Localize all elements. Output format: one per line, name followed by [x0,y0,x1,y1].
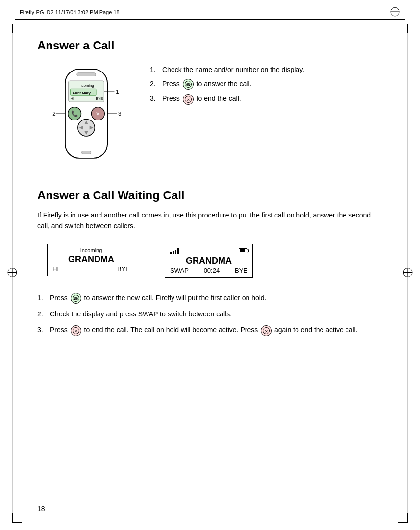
bar1 [170,252,172,254]
active-screen: GRANDMA SWAP 00:24 BYE [165,244,253,278]
answer-call-instructions: 1. Check the name and/or number on the d… [150,60,304,109]
answer-icon: ☎ [183,79,194,90]
svg-text:✕: ✕ [74,329,77,333]
waiting-call-section: Answer a Call Waiting Call If Firefly is… [37,189,383,336]
corner-tr [398,24,408,33]
svg-text:☎: ☎ [186,83,191,87]
waiting-step3: 3. Press ✕ to end the call. The call on … [37,324,383,336]
screen2-swap: SWAP [170,267,189,274]
svg-text:✕: ✕ [186,97,190,102]
screen1-hi: HI [52,265,59,273]
header-bar: Firefly-PG_D2 11/17/04 3:02 PM Page 18 [15,5,405,20]
phone-illustration: Incoming Aunt Mary... HI BYE 📞 ✕ [37,60,135,169]
bar4 [177,248,179,254]
left-reg-mark [7,267,18,280]
svg-text:2: 2 [52,111,55,117]
answer-icon-2: ☎ [71,293,81,304]
waiting-description: If Firefly is in use and another call co… [37,210,383,232]
answer-call-section: Answer a Call Incoming Aunt Mary... [37,39,383,169]
battery-icon [239,248,247,253]
waiting-step2: 2. Check the display and press SWAP to s… [37,309,383,319]
svg-text:Aunt Mary...: Aunt Mary... [73,91,94,95]
svg-rect-20 [81,151,91,154]
svg-text:☎: ☎ [74,297,78,301]
header-text: Firefly-PG_D2 11/17/04 3:02 PM Page 18 [20,9,120,15]
screen1-bye: BYE [117,265,130,273]
phone-screens: Incoming GRANDMA HI BYE [47,244,383,278]
screen2-time: 00:24 [204,267,220,274]
incoming-label: Incoming [52,247,130,253]
waiting-steps: 1. Press ☎ to answer the new call. Firef… [37,292,383,336]
bar2 [173,251,174,254]
battery-fill [240,249,245,252]
signal-icon [170,247,179,254]
screen2-bottom: SWAP 00:24 BYE [170,267,247,274]
page-content: Answer a Call Incoming Aunt Mary... [12,24,408,523]
waiting-step1: 1. Press ☎ to answer the new call. Firef… [37,292,383,304]
screen1-bottom: HI BYE [52,265,130,273]
svg-text:✕: ✕ [96,111,100,117]
end-icon-2: ✕ [71,325,81,336]
svg-text:📞: 📞 [71,110,78,117]
corner-tl [12,24,22,33]
screen2-name: GRANDMA [170,256,247,266]
corner-br [398,513,408,523]
end-icon-3: ✕ [261,325,272,336]
svg-text:3: 3 [118,111,121,117]
svg-text:✕: ✕ [265,329,268,333]
screen2-status [170,247,247,254]
screen2-bye: BYE [235,267,247,274]
svg-text:HI: HI [70,96,74,101]
svg-text:BYE: BYE [96,96,103,101]
incoming-screen: Incoming GRANDMA HI BYE [47,244,135,276]
end-icon: ✕ [183,94,194,105]
section2-title: Answer a Call Waiting Call [37,189,383,202]
svg-rect-4 [77,73,96,76]
screen1-name: GRANDMA [52,254,130,265]
step3: 3. Press ✕ to end the call. [150,94,304,104]
corner-bl [12,513,22,523]
section1-title: Answer a Call [37,39,383,52]
bar3 [175,250,176,254]
header-reg-mark [390,6,400,18]
svg-text:1: 1 [116,89,119,95]
step2: 2. Press ☎ to answer the call. [150,79,304,90]
step1: 1. Check the name and/or number on the d… [150,65,304,75]
right-reg-mark [402,267,413,280]
answer-call-content: Incoming Aunt Mary... HI BYE 📞 ✕ [37,60,383,169]
svg-text:Incoming: Incoming [78,83,94,88]
page-number: 18 [37,505,45,513]
